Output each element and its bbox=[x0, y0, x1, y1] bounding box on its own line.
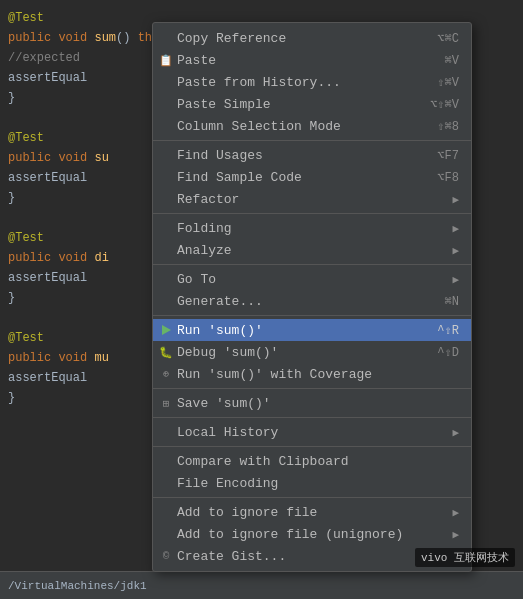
menu-label: Analyze bbox=[177, 243, 444, 258]
menu-label: Copy Reference bbox=[177, 31, 421, 46]
bottom-bar: /VirtualMachines/jdk1 bbox=[0, 571, 523, 599]
menu-label: Save 'sum()' bbox=[177, 396, 459, 411]
code-line: @Test bbox=[0, 228, 160, 248]
menu-label: Paste Simple bbox=[177, 97, 414, 112]
menu-label: File Encoding bbox=[177, 476, 459, 491]
menu-label: Paste bbox=[177, 53, 429, 68]
menu-item-column-selection[interactable]: Column Selection Mode ⇧⌘8 bbox=[153, 115, 471, 137]
watermark: vivo 互联网技术 bbox=[415, 548, 515, 567]
menu-item-paste[interactable]: 📋 Paste ⌘V bbox=[153, 49, 471, 71]
code-line: assertEqual bbox=[0, 68, 160, 88]
code-line: assertEqual bbox=[0, 368, 160, 388]
arrow-icon: ▶ bbox=[452, 528, 459, 541]
menu-label: Folding bbox=[177, 221, 444, 236]
code-line bbox=[0, 208, 160, 228]
menu-label: Run 'sum()' with Coverage bbox=[177, 367, 459, 382]
context-menu: Copy Reference ⌥⌘C 📋 Paste ⌘V Paste from… bbox=[152, 22, 472, 572]
code-line bbox=[0, 308, 160, 328]
menu-label: Paste from History... bbox=[177, 75, 421, 90]
run-icon bbox=[157, 325, 175, 335]
save-icon: ⊞ bbox=[157, 397, 175, 410]
arrow-icon: ▶ bbox=[452, 222, 459, 235]
menu-label: Compare with Clipboard bbox=[177, 454, 459, 469]
code-line: @Test bbox=[0, 8, 160, 28]
code-editor: @Test public void sum() throws Exception… bbox=[0, 0, 160, 599]
menu-item-add-ignore[interactable]: Add to ignore file ▶ bbox=[153, 501, 471, 523]
menu-item-add-unignore[interactable]: Add to ignore file (unignore) ▶ bbox=[153, 523, 471, 545]
menu-label: Column Selection Mode bbox=[177, 119, 421, 134]
arrow-icon: ▶ bbox=[452, 506, 459, 519]
menu-separator bbox=[153, 213, 471, 214]
menu-label: Debug 'sum()' bbox=[177, 345, 421, 360]
arrow-icon: ▶ bbox=[452, 273, 459, 286]
menu-shortcut: ⌘N bbox=[445, 294, 459, 309]
menu-item-compare-clipboard[interactable]: Compare with Clipboard bbox=[153, 450, 471, 472]
menu-shortcut: ⌥⇧⌘V bbox=[430, 97, 459, 112]
menu-item-debug-sum[interactable]: 🐛 Debug 'sum()' ^⇧D bbox=[153, 341, 471, 363]
code-line: public void di bbox=[0, 248, 160, 268]
code-line: } bbox=[0, 88, 160, 108]
menu-item-copy-reference[interactable]: Copy Reference ⌥⌘C bbox=[153, 27, 471, 49]
code-line bbox=[0, 108, 160, 128]
menu-shortcut: ^⇧D bbox=[437, 345, 459, 360]
menu-label: Generate... bbox=[177, 294, 429, 309]
code-line: } bbox=[0, 288, 160, 308]
menu-item-local-history[interactable]: Local History ▶ bbox=[153, 421, 471, 443]
code-line: public void su bbox=[0, 148, 160, 168]
menu-item-file-encoding[interactable]: File Encoding bbox=[153, 472, 471, 494]
debug-icon: 🐛 bbox=[157, 346, 175, 359]
menu-label: Find Sample Code bbox=[177, 170, 421, 185]
gist-icon: © bbox=[157, 550, 175, 562]
menu-item-folding[interactable]: Folding ▶ bbox=[153, 217, 471, 239]
code-line: } bbox=[0, 388, 160, 408]
watermark-text: vivo 互联网技术 bbox=[421, 552, 509, 564]
code-line: public void sum() throws Exception { bbox=[0, 28, 160, 48]
menu-separator bbox=[153, 446, 471, 447]
menu-item-run-coverage[interactable]: ⊕ Run 'sum()' with Coverage bbox=[153, 363, 471, 385]
menu-separator bbox=[153, 497, 471, 498]
menu-item-run-sum[interactable]: Run 'sum()' ^⇧R bbox=[153, 319, 471, 341]
menu-label: Local History bbox=[177, 425, 444, 440]
menu-label: Add to ignore file (unignore) bbox=[177, 527, 444, 542]
menu-label: Go To bbox=[177, 272, 444, 287]
menu-item-find-sample[interactable]: Find Sample Code ⌥F8 bbox=[153, 166, 471, 188]
menu-item-generate[interactable]: Generate... ⌘N bbox=[153, 290, 471, 312]
menu-shortcut: ⌥F7 bbox=[437, 148, 459, 163]
menu-separator bbox=[153, 315, 471, 316]
menu-shortcut: ⌥⌘C bbox=[437, 31, 459, 46]
menu-item-save-sum[interactable]: ⊞ Save 'sum()' bbox=[153, 392, 471, 414]
menu-separator bbox=[153, 388, 471, 389]
menu-separator bbox=[153, 264, 471, 265]
menu-label: Run 'sum()' bbox=[177, 323, 421, 338]
menu-item-paste-history[interactable]: Paste from History... ⇧⌘V bbox=[153, 71, 471, 93]
menu-shortcut: ^⇧R bbox=[437, 323, 459, 338]
arrow-icon: ▶ bbox=[452, 193, 459, 206]
coverage-icon: ⊕ bbox=[157, 368, 175, 380]
menu-shortcut: ⌥F8 bbox=[437, 170, 459, 185]
menu-label: Find Usages bbox=[177, 148, 421, 163]
menu-label: Add to ignore file bbox=[177, 505, 444, 520]
arrow-icon: ▶ bbox=[452, 426, 459, 439]
menu-item-analyze[interactable]: Analyze ▶ bbox=[153, 239, 471, 261]
code-line: } bbox=[0, 188, 160, 208]
menu-label: Refactor bbox=[177, 192, 444, 207]
menu-shortcut: ⌘V bbox=[445, 53, 459, 68]
code-line: //expected bbox=[0, 48, 160, 68]
code-line: @Test bbox=[0, 128, 160, 148]
code-line: public void mu bbox=[0, 348, 160, 368]
paste-icon: 📋 bbox=[157, 54, 175, 67]
menu-separator bbox=[153, 140, 471, 141]
code-line: assertEqual bbox=[0, 268, 160, 288]
menu-shortcut: ⇧⌘V bbox=[437, 75, 459, 90]
menu-item-find-usages[interactable]: Find Usages ⌥F7 bbox=[153, 144, 471, 166]
bottom-bar-path: /VirtualMachines/jdk1 bbox=[8, 580, 147, 592]
arrow-icon: ▶ bbox=[452, 244, 459, 257]
menu-item-go-to[interactable]: Go To ▶ bbox=[153, 268, 471, 290]
code-line: assertEqual bbox=[0, 168, 160, 188]
menu-shortcut: ⇧⌘8 bbox=[437, 119, 459, 134]
menu-item-paste-simple[interactable]: Paste Simple ⌥⇧⌘V bbox=[153, 93, 471, 115]
menu-separator bbox=[153, 417, 471, 418]
code-line: @Test bbox=[0, 328, 160, 348]
menu-item-refactor[interactable]: Refactor ▶ bbox=[153, 188, 471, 210]
